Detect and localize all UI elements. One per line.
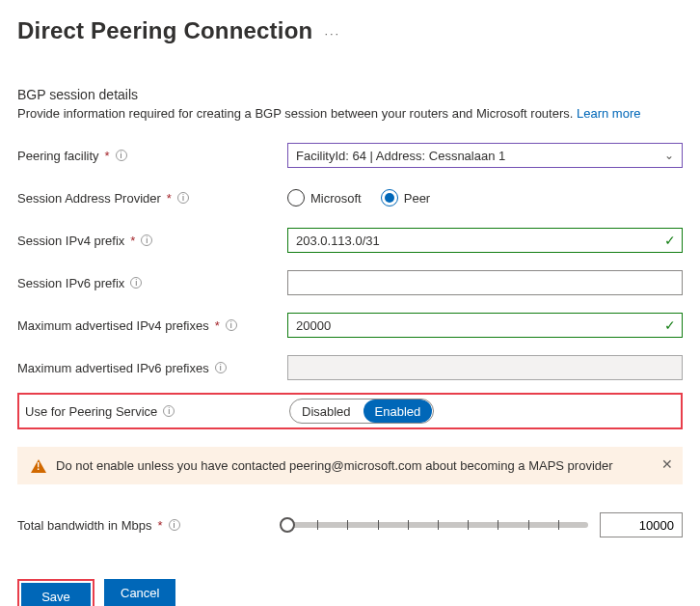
section-description: Provide information required for creatin… (17, 106, 683, 121)
required-marker: * (157, 518, 162, 533)
ipv4-prefix-label: Session IPv4 prefix (17, 234, 124, 248)
required-marker: * (167, 191, 172, 206)
save-button[interactable]: Save (21, 583, 91, 606)
radio-label-microsoft: Microsoft (310, 191, 362, 206)
info-icon[interactable]: i (215, 362, 227, 373)
required-marker: * (130, 234, 135, 248)
dialog-footer: Save Cancel (17, 579, 683, 606)
toggle-option-disabled[interactable]: Disabled (290, 399, 363, 423)
radio-label-peer: Peer (404, 191, 430, 206)
ipv6-prefix-input[interactable] (287, 270, 683, 295)
facility-label: Peering facility (17, 149, 99, 163)
info-icon[interactable]: i (141, 234, 152, 246)
warning-icon (31, 459, 46, 473)
chevron-down-icon: ⌄ (664, 149, 674, 162)
info-icon[interactable]: i (116, 150, 127, 161)
radio-icon (287, 189, 305, 207)
learn-more-link[interactable]: Learn more (577, 106, 640, 121)
max-ipv4-value: 20000 (296, 318, 331, 333)
page-title: Direct Peering Connection (17, 17, 312, 44)
max-ipv4-input[interactable]: 20000 ✓ (287, 313, 683, 338)
max-ipv4-label: Maximum advertised IPv4 prefixes (17, 318, 209, 333)
bandwidth-label: Total bandwidth in Mbps (17, 518, 151, 533)
toggle-option-enabled[interactable]: Enabled (363, 399, 433, 423)
save-highlight: Save (17, 579, 94, 606)
provider-label: Session Address Provider (17, 191, 161, 206)
more-icon[interactable]: ··· (324, 26, 340, 41)
required-marker: * (105, 149, 110, 163)
cancel-button[interactable]: Cancel (104, 579, 175, 606)
ipv6-prefix-label: Session IPv6 prefix (17, 276, 124, 290)
facility-value: FacilityId: 64 | Address: Cessnalaan 1 (296, 149, 505, 163)
info-icon[interactable]: i (177, 192, 189, 204)
ipv4-prefix-value: 203.0.113.0/31 (296, 234, 380, 248)
radio-icon (381, 189, 398, 207)
warning-text: Do not enable unless you have contacted … (56, 458, 613, 473)
info-icon[interactable]: i (226, 319, 237, 331)
max-ipv6-label: Maximum advertised IPv6 prefixes (17, 361, 209, 375)
bandwidth-input[interactable] (600, 512, 683, 537)
section-heading: BGP session details (17, 87, 683, 102)
required-marker: * (215, 318, 220, 333)
close-icon[interactable]: ✕ (661, 456, 673, 472)
info-icon[interactable]: i (163, 405, 175, 417)
check-icon: ✓ (664, 233, 676, 248)
peering-service-label: Use for Peering Service (25, 404, 157, 419)
max-ipv6-input (287, 355, 683, 380)
section-description-text: Provide information required for creatin… (17, 106, 573, 121)
warning-alert: Do not enable unless you have contacted … (17, 447, 683, 484)
slider-thumb-icon[interactable] (280, 517, 295, 533)
ipv4-prefix-input[interactable]: 203.0.113.0/31 ✓ (287, 228, 683, 253)
info-icon[interactable]: i (169, 519, 180, 531)
peering-service-toggle[interactable]: Disabled Enabled (289, 399, 434, 424)
check-icon: ✓ (664, 317, 676, 333)
provider-radio-microsoft[interactable]: Microsoft (287, 189, 362, 207)
provider-radio-group: Microsoft Peer (287, 189, 430, 207)
bandwidth-slider[interactable] (287, 522, 588, 528)
provider-radio-peer[interactable]: Peer (381, 189, 430, 207)
info-icon[interactable]: i (130, 277, 142, 289)
facility-select[interactable]: FacilityId: 64 | Address: Cessnalaan 1 ⌄ (287, 143, 683, 168)
